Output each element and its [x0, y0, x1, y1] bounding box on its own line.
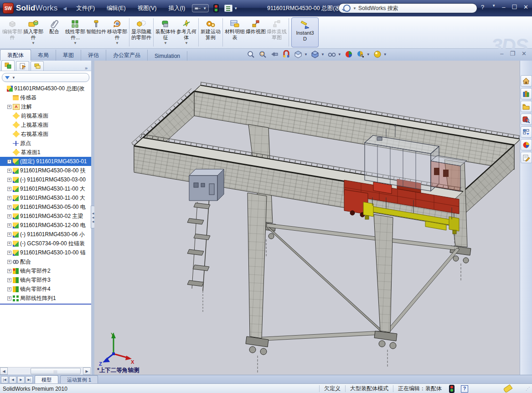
expand-toggle[interactable]: + — [7, 278, 11, 282]
tree-item-component[interactable]: +911601RMG4530-11-00 大 — [0, 184, 91, 193]
expand-toggle[interactable]: + — [7, 287, 11, 291]
electrical-house[interactable] — [189, 169, 224, 201]
search-results-icon[interactable] — [521, 114, 532, 125]
tree-item-mirror-component3[interactable]: +镜向零部件3 — [0, 275, 91, 284]
tab-nav-last[interactable]: ▶| — [26, 376, 33, 383]
tree-item-component[interactable]: +911601RMG4530-12-00 电 — [0, 221, 91, 230]
tree-item-right-plane[interactable]: 右视基准面 — [0, 129, 91, 139]
checklist-dropdown-arrow[interactable]: ▼ — [234, 6, 238, 10]
tree-item-top-plane[interactable]: 上视基准面 — [0, 120, 91, 129]
large-assembly-mode-status[interactable]: 大型装配体模式 — [345, 385, 393, 392]
view-orientation-icon[interactable] — [294, 50, 303, 59]
apply-scene-icon[interactable] — [356, 50, 365, 59]
quick-tips-icon[interactable]: ? — [461, 385, 468, 393]
expand-toggle[interactable]: + — [7, 269, 11, 273]
checklist-icon[interactable] — [224, 5, 232, 12]
view-palette-icon[interactable] — [521, 126, 532, 138]
search-box[interactable]: ▼ SolidWorks 搜索 — [338, 3, 477, 13]
doc-minimize-button[interactable]: – — [500, 50, 503, 57]
rebuild-traffic-light-icon[interactable] — [449, 385, 455, 393]
linear-component-pattern-button[interactable]: 线性零部件... ▼ — [65, 16, 86, 48]
expand-toggle[interactable]: + — [7, 296, 11, 300]
tree-item-sensors[interactable]: 传感器 — [0, 93, 91, 102]
tab-assembly[interactable]: 装配体 — [0, 49, 31, 61]
instant3d-button[interactable]: Instant3D — [291, 17, 319, 47]
graphics-viewport[interactable]: Y X Z *上下二等角轴测 — [94, 61, 520, 375]
edit-component-button[interactable]: 编辑零部件 — [2, 16, 23, 48]
expand-toggle[interactable]: + — [7, 205, 11, 209]
scroll-thumb[interactable]: ||| — [31, 368, 81, 374]
minimize-button[interactable]: – — [502, 4, 505, 10]
tree-item-component[interactable]: +911601RMG4530-05-00 电 — [0, 202, 91, 212]
zoom-to-fit-icon[interactable] — [246, 50, 255, 59]
close-button[interactable]: ✕ — [523, 4, 528, 10]
rollback-bar[interactable] — [0, 304, 91, 305]
menu-collapse-arrow[interactable]: ◀ — [63, 6, 67, 11]
help-button[interactable]: ? — [481, 4, 484, 10]
tab-nav-next[interactable]: ▶ — [17, 376, 25, 383]
expand-toggle[interactable]: + — [7, 178, 11, 182]
menu-view[interactable]: 视图(V) — [138, 5, 157, 12]
featuremanager-tree-tab[interactable] — [1, 60, 15, 71]
move-component-button[interactable]: 移动零部件 ▼ — [107, 16, 128, 48]
menu-edit[interactable]: 编辑(E) — [107, 5, 126, 12]
tree-item-local-pattern[interactable]: +局部线性阵列1 — [0, 294, 91, 303]
section-view-icon[interactable] — [282, 50, 291, 59]
scroll-right-arrow[interactable]: ▶ — [83, 367, 91, 375]
tree-item-front-plane[interactable]: 前视基准面 — [0, 111, 91, 120]
dropdown-arrow[interactable]: ▼ — [115, 41, 119, 47]
edit-appearance-icon[interactable] — [344, 50, 353, 59]
display-style-icon[interactable] — [310, 50, 320, 59]
sill-beams[interactable] — [253, 223, 460, 341]
doc-close-button[interactable]: ✕ — [522, 50, 527, 57]
design-library-icon[interactable] — [521, 88, 532, 99]
tree-item-origin[interactable]: 原点 — [0, 139, 91, 148]
smart-fasteners-button[interactable]: 智能扣件 — [86, 16, 107, 48]
dropdown-arrow[interactable]: ▼ — [367, 52, 370, 57]
hide-show-items-icon[interactable] — [327, 50, 336, 59]
insert-component-button[interactable]: 插入零部件 ▼ — [23, 16, 44, 48]
filter-dropdown-arrow[interactable]: ▼ — [12, 76, 15, 80]
resize-grip[interactable]: ⋰ — [526, 386, 531, 391]
help-dropdown-arrow[interactable]: ▼ — [492, 4, 496, 10]
tree-item-mates[interactable]: +配合 — [0, 257, 91, 266]
zoom-to-area-icon[interactable] — [258, 50, 267, 59]
tab-layout[interactable]: 布局 — [31, 50, 56, 61]
dropdown-arrow[interactable]: ▼ — [164, 41, 167, 47]
pin-dropdown-arrow[interactable]: ▼ — [203, 6, 207, 10]
stair-platforms[interactable] — [187, 197, 210, 312]
dropdown-arrow[interactable]: ▼ — [321, 52, 325, 57]
tree-item-component[interactable]: +(-) GCS0734-09-00 拉锚装 — [0, 239, 91, 248]
solidworks-resources-icon[interactable] — [521, 75, 532, 87]
previous-view-icon[interactable] — [270, 50, 279, 59]
expand-toggle[interactable]: + — [7, 214, 11, 218]
file-explorer-icon[interactable] — [521, 101, 532, 112]
expand-toggle[interactable]: + — [7, 260, 11, 264]
reference-geometry-button[interactable]: 参考几何体 ▼ — [176, 16, 197, 48]
tree-item-component-fixed[interactable]: +(固定) 911601RMG4530-01 — [0, 157, 91, 166]
menu-pin-control[interactable]: ▼ — [192, 4, 209, 12]
tree-item-plane1[interactable]: 基准面1 — [0, 148, 91, 157]
search-dropdown-arrow[interactable]: ▼ — [353, 6, 356, 10]
show-hidden-components-button[interactable]: 显示隐藏的零部件 — [131, 16, 152, 48]
doc-restore-button[interactable]: ❐ — [510, 50, 515, 57]
expand-toggle[interactable]: + — [7, 196, 11, 200]
tree-item-component[interactable]: +(-) 911601RMG4530-03-00 — [0, 175, 91, 184]
dropdown-arrow[interactable]: ▼ — [338, 52, 341, 57]
tree-item-component[interactable]: +911601RMG4530-08-00 扶 — [0, 166, 91, 175]
panel-tab-overflow-chevron[interactable]: » — [85, 65, 88, 71]
new-motion-study-button[interactable]: 新建运动算例 — [200, 16, 221, 48]
traffic-light-icon[interactable] — [213, 4, 219, 12]
tree-filter-input[interactable]: ▼ — [2, 73, 89, 82]
motion-study-tab[interactable]: 运动算例 1 — [60, 375, 98, 384]
expand-toggle[interactable]: + — [7, 187, 11, 191]
configurationmanager-tab[interactable] — [31, 61, 44, 71]
model-tab[interactable]: 模型 — [35, 375, 58, 384]
dropdown-arrow[interactable]: ▼ — [73, 41, 77, 47]
tab-evaluate[interactable]: 评估 — [81, 50, 106, 61]
tab-simulation[interactable]: Simulation — [148, 51, 187, 61]
tab-nav-prev[interactable]: ◀ — [9, 376, 16, 383]
tags-icon[interactable] — [503, 384, 512, 393]
expand-toggle[interactable]: + — [7, 233, 11, 237]
expand-toggle[interactable]: + — [7, 169, 11, 173]
